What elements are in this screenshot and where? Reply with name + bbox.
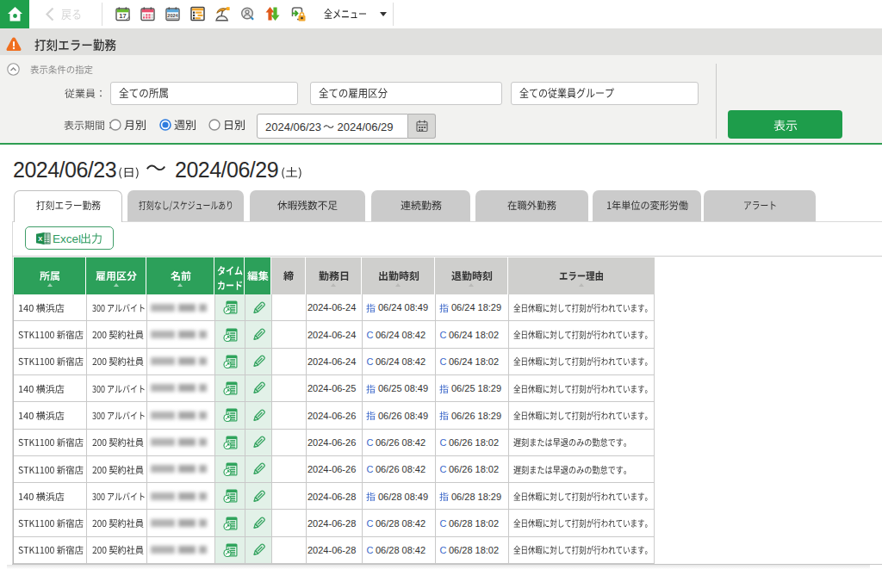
svg-text:2024: 2024 <box>167 13 178 18</box>
svg-text:X: X <box>38 235 42 243</box>
svg-text:17: 17 <box>119 12 126 20</box>
